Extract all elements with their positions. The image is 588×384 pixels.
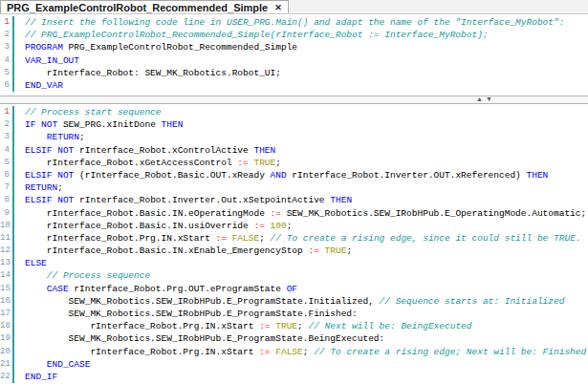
code-text: END_IF [25,371,588,383]
line-number: 12 [0,245,14,257]
code-text: rInterface_Robot.xGetAccessControl := TR… [25,157,588,169]
code-line[interactable]: 3PROGRAM PRG_ExampleControlRobot_Recomme… [0,41,588,53]
code-text: ELSIF NOT rInterface_Robot.Inverter.Out.… [25,194,588,206]
code-text: VAR_IN_OUT [25,54,588,67]
code-text: END_VAR [25,79,588,92]
code-line[interactable]: 20 rInterface_Robot.Prg.IN.xStart := FAL… [0,346,588,358]
pane-splitter[interactable]: ▲ ▼ [0,96,588,104]
code-line[interactable]: 6ELSIF NOT (rInterface_Robot.Basic.OUT.x… [0,169,588,181]
line-number: 3 [0,41,14,53]
code-text: SEW_MK_Robotics.SEW_IRobHPub.E_ProgramSt… [25,295,588,308]
code-line[interactable]: 6END_VAR [0,79,588,92]
code-line[interactable]: 21 END_CASE [0,358,588,371]
line-number: 21 [0,358,14,371]
code-text: rInterface_Robot.Prg.IN.xStart := FALSE;… [25,346,588,358]
code-line[interactable]: 14 // Process sequence [0,269,588,282]
line-number: 4 [0,144,14,157]
line-number: 5 [0,67,14,79]
code-line[interactable]: 19 SEW_MK_Robotics.SEW_IRobHPub.E_Progra… [0,332,588,345]
line-number: 15 [0,283,14,295]
code-line[interactable]: 10 rInterface_Robot.Basic.IN.usiOverride… [0,220,588,232]
code-line[interactable]: 5 rInterface_Robot.xGetAccessControl := … [0,157,588,169]
line-number: 17 [0,308,14,320]
code-line[interactable]: 4ELSIF NOT rInterface_Robot.xControlActi… [0,144,588,157]
close-icon[interactable]: ✕ [274,3,282,12]
code-text: RETURN; [25,131,588,143]
code-text: END_CASE [25,358,588,371]
code-line[interactable]: 8ELSIF NOT rInterface_Robot.Inverter.Out… [0,194,588,206]
line-number: 22 [0,371,14,383]
line-number: 10 [0,220,14,232]
code-text: // Insert the following code line in USE… [25,16,588,29]
code-text: rInterface_Robot.Basic.IN.xEnable_Emerge… [25,245,588,257]
code-line[interactable]: 3 RETURN; [0,131,588,143]
tab-bar: PRG_ExampleControlRobot_Recommended_Simp… [0,0,588,14]
code-line[interactable]: 22END_IF [0,371,588,383]
line-number: 1 [0,106,14,118]
code-text: rInterface_Robot.Basic.IN.eOperatingMode… [25,207,588,220]
st-code-editor-window: PRG_ExampleControlRobot_Recommended_Simp… [0,0,588,384]
code-line[interactable]: 5 rInterface_Robot: SEW_MK_Robotics.Robo… [0,67,588,79]
line-number: 2 [0,29,14,41]
code-line[interactable]: 15 CASE rInterface_Robot.Prg.OUT.eProgra… [0,283,588,295]
line-number: 5 [0,157,14,169]
code-line[interactable]: 9 rInterface_Robot.Basic.IN.eOperatingMo… [0,207,588,220]
code-text: IF NOT SEW_PRG.xInitDone THEN [25,118,588,131]
line-number: 7 [0,181,14,194]
code-text: SEW_MK_Robotics.SEW_IRobHPub.E_ProgramSt… [25,332,588,345]
implementation-editor[interactable]: 1// Process start sequence2IF NOT SEW_PR… [0,104,588,384]
code-text: ELSIF NOT (rInterface_Robot.Basic.OUT.xR… [25,169,588,181]
code-line[interactable]: 7RETURN; [0,181,588,194]
code-text: PROGRAM PRG_ExampleControlRobot_Recommen… [25,41,588,53]
code-text: // PRG_ExampleControlRobot_Recommended_S… [25,29,588,41]
code-line[interactable]: 4VAR_IN_OUT [0,54,588,67]
code-text: rInterface_Robot.Prg.IN.xStart := FALSE;… [25,232,588,245]
code-text: // Process start sequence [25,106,588,118]
splitter-buttons: ▲ ▼ [476,95,492,104]
line-number: 14 [0,269,14,282]
code-line[interactable]: 17 SEW_MK_Robotics.SEW_IRobHPub.E_Progra… [0,308,588,320]
line-number: 11 [0,232,14,245]
code-line[interactable]: 18 rInterface_Robot.Prg.IN.xStart := TRU… [0,320,588,332]
code-text: rInterface_Robot.Prg.IN.xStart := TRUE; … [25,320,588,332]
code-text: CASE rInterface_Robot.Prg.OUT.eProgramSt… [25,283,588,295]
code-text: ELSIF NOT rInterface_Robot.xControlActiv… [25,144,588,157]
code-line[interactable]: 2// PRG_ExampleControlRobot_Recommended_… [0,29,588,41]
code-text: rInterface_Robot: SEW_MK_Robotics.Robot_… [25,67,588,79]
code-line[interactable]: 12 rInterface_Robot.Basic.IN.xEnable_Eme… [0,245,588,257]
line-number: 20 [0,346,14,358]
code-line[interactable]: 11 rInterface_Robot.Prg.IN.xStart := FAL… [0,232,588,245]
code-line[interactable]: 1// Insert the following code line in US… [0,16,588,29]
code-text: rInterface_Robot.Basic.IN.usiOverride :=… [25,220,588,232]
line-number: 6 [0,79,14,92]
code-line[interactable]: 2IF NOT SEW_PRG.xInitDone THEN [0,118,588,131]
line-number: 18 [0,320,14,332]
code-line[interactable]: 1// Process start sequence [0,106,588,118]
line-number: 9 [0,207,14,220]
code-line[interactable]: 13ELSE [0,257,588,269]
declaration-editor[interactable]: 1// Insert the following code line in US… [0,14,588,96]
code-text: ELSE [25,257,588,269]
code-line[interactable]: 16 SEW_MK_Robotics.SEW_IRobHPub.E_Progra… [0,295,588,308]
editor-tab[interactable]: PRG_ExampleControlRobot_Recommended_Simp… [0,0,289,13]
line-number: 4 [0,54,14,67]
line-number: 3 [0,131,14,143]
line-number: 16 [0,295,14,308]
line-number: 2 [0,118,14,131]
line-number: 8 [0,194,14,206]
code-text: RETURN; [25,181,588,194]
collapse-down-icon[interactable]: ▼ [486,95,492,104]
line-number: 1 [0,16,14,29]
code-text: // Process sequence [25,269,588,282]
collapse-up-icon[interactable]: ▲ [476,95,483,104]
line-number: 19 [0,332,14,345]
line-number: 13 [0,257,14,269]
tab-title: PRG_ExampleControlRobot_Recommended_Simp… [7,2,268,13]
code-text: SEW_MK_Robotics.SEW_IRobHPub.E_ProgramSt… [25,308,588,320]
line-number: 6 [0,169,14,181]
